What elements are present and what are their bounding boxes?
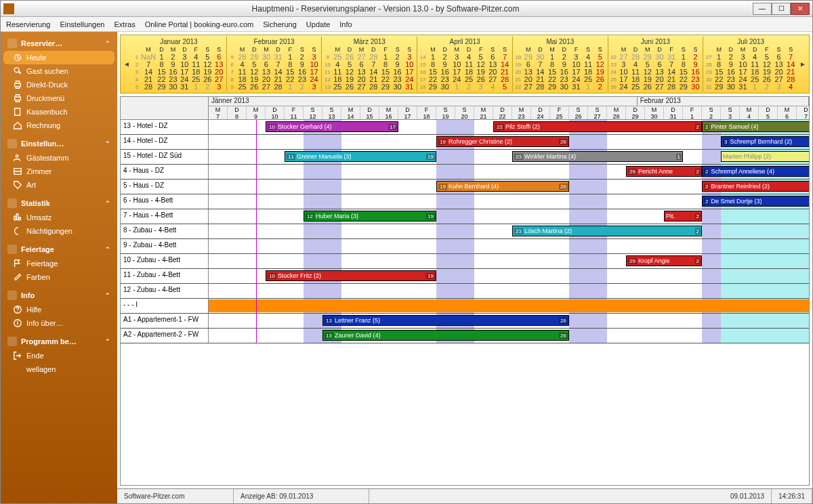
planner-day-header[interactable]: F18	[417, 106, 436, 119]
room-name[interactable]: 5 - Haus - DZ	[121, 180, 209, 194]
mini-day[interactable]: 24	[618, 83, 630, 91]
mini-day[interactable]: 26	[642, 83, 654, 91]
mini-day[interactable]: 29	[546, 83, 558, 91]
planner-day-header[interactable]: S3	[721, 106, 740, 119]
mini-day[interactable]: 30	[167, 83, 179, 91]
planner-day-header[interactable]: S20	[455, 106, 474, 119]
menu-item[interactable]: Einstellungen	[60, 20, 104, 28]
mini-day[interactable]: 29	[713, 83, 725, 91]
reservation-bar[interactable]: 19Rohregger Christine (2)26	[436, 136, 569, 147]
menu-item[interactable]: Info	[339, 20, 352, 28]
sidebar-item[interactable]: Heute	[3, 51, 114, 64]
reservation-bar[interactable]: 10Stocker Gerhard (4)17	[266, 121, 398, 132]
planner-day-header[interactable]: S12	[304, 106, 322, 119]
year-next-button[interactable]: ►	[798, 37, 808, 91]
planner-day-header[interactable]: M6	[778, 106, 797, 119]
planner-day-header[interactable]: D10	[266, 106, 285, 119]
reservation-bar[interactable]: 23Lösch Martina (2)2	[512, 226, 702, 236]
mini-day[interactable]: 28	[367, 83, 379, 91]
sidebar-item[interactable]: Zimmer	[1, 165, 117, 178]
room-name[interactable]: 4 - Haus - DZ	[121, 165, 209, 179]
sidebar-item[interactable]: Druckmenü	[1, 91, 117, 105]
reservation-bar[interactable]: Marten Philipp (2)	[721, 151, 809, 162]
mini-day[interactable]: 2	[594, 83, 606, 91]
room-name[interactable]: 15 - Hotel - DZ Süd	[121, 150, 209, 164]
room-name[interactable]: 10 - Zubau - 4-Bett	[121, 254, 209, 268]
reservation-bar[interactable]: 12Huber Maria (3)19	[304, 211, 436, 222]
sidebar-item[interactable]: wellagen	[1, 362, 117, 376]
planner-day-header[interactable]: F11	[285, 106, 304, 119]
reservation-bar[interactable]: 2Schrempf Anneliese (4)9	[702, 166, 809, 177]
planner-day-header[interactable]: M9	[247, 106, 266, 119]
room-name[interactable]: A2 - Appartement-2 - FW	[121, 329, 209, 343]
mini-day[interactable]: 30	[725, 83, 737, 91]
mini-day[interactable]: 1	[284, 83, 296, 91]
planner-day-header[interactable]: S27	[588, 106, 607, 119]
mini-month[interactable]: Mai 2013MDMDFSS1829301234519678910111220…	[512, 37, 608, 91]
mini-day[interactable]: 25	[331, 83, 343, 91]
minimize-button[interactable]: —	[753, 3, 772, 15]
planner-day-header[interactable]: D5	[759, 106, 778, 119]
mini-day[interactable]: 4	[785, 83, 797, 91]
sidebar-group-header[interactable]: Reservier… ⌃	[1, 36, 117, 51]
room-name[interactable]: - - - I	[121, 299, 209, 313]
planner-day-header[interactable]: D15	[360, 106, 379, 119]
mini-day[interactable]: 26	[343, 83, 356, 91]
mini-day[interactable]: 27	[260, 83, 272, 91]
mini-day[interactable]: 26	[248, 83, 260, 91]
mini-day[interactable]: 31	[403, 83, 415, 91]
room-name[interactable]: A1 - Appartement-1 - FW	[121, 314, 209, 328]
mini-day[interactable]: 3	[475, 83, 487, 91]
year-prev-button[interactable]: ◄	[122, 37, 131, 91]
mini-day[interactable]: 1	[749, 83, 761, 91]
sidebar-item[interactable]: Umsatz	[1, 211, 117, 224]
mini-day[interactable]: 4	[487, 83, 499, 91]
reservation-bar[interactable]: Pit.2	[664, 211, 702, 222]
sidebar-group-header[interactable]: Programm be… ⌃	[1, 334, 117, 349]
planner-day-header[interactable]: M21	[474, 106, 493, 119]
planner-day-header[interactable]: S13	[322, 106, 341, 119]
sidebar-item[interactable]: Kassenbuch	[1, 105, 117, 119]
sidebar-group-header[interactable]: Statistik ⌃	[1, 196, 117, 211]
mini-day[interactable]: 27	[522, 83, 535, 91]
room-name[interactable]: 12 - Zubau - 4-Bett	[121, 284, 209, 298]
room-name[interactable]: 13 - Hotel - DZ	[121, 120, 209, 134]
planner-day-header[interactable]: M16	[379, 106, 398, 119]
sidebar-item[interactable]: Info über…	[1, 316, 117, 330]
sidebar-item[interactable]: Ende	[1, 349, 117, 362]
mini-day[interactable]: 1	[451, 83, 463, 91]
menu-item[interactable]: Extras	[114, 20, 135, 28]
room-name[interactable]: 7 - Haus - 4-Bett	[121, 209, 209, 224]
mini-day[interactable]: 31	[179, 83, 190, 91]
mini-day[interactable]: 2	[202, 83, 213, 91]
mini-day[interactable]: 25	[629, 83, 642, 91]
mini-day[interactable]: 28	[141, 83, 156, 91]
mini-day[interactable]: 29	[156, 83, 167, 91]
planner-day-header[interactable]: M7	[209, 106, 228, 119]
planner-day-header[interactable]: D8	[228, 106, 247, 119]
room-name[interactable]: 6 - Haus - 4-Bett	[121, 194, 209, 209]
sidebar-group-header[interactable]: Feiertage ⌃	[1, 242, 117, 257]
mini-day[interactable]: 30	[558, 83, 570, 91]
mini-day[interactable]: 30	[392, 83, 404, 91]
reservation-bar[interactable]: 2De Smet Dortje (3)9	[702, 196, 809, 207]
sidebar-item[interactable]: Feiertage	[1, 257, 117, 270]
mini-month[interactable]: Februar 2013MDMDFSS528293031123645678910…	[226, 37, 322, 91]
mini-day[interactable]: 3	[773, 83, 785, 91]
mini-day[interactable]: 29	[678, 83, 690, 91]
mini-day[interactable]: 2	[296, 83, 308, 91]
sidebar-item[interactable]: Farben	[1, 270, 117, 284]
planner-day-header[interactable]: M14	[341, 106, 360, 119]
reservation-bar[interactable]: 29Pericht Anne2	[626, 166, 702, 177]
mini-day[interactable]: 3	[213, 83, 225, 91]
sidebar-item[interactable]: Gast suchen	[1, 64, 117, 78]
reservation-bar[interactable]: 29Kropf Angie2	[626, 255, 702, 266]
sidebar-item[interactable]: Direkt-Druck	[1, 78, 117, 91]
planner-day-header[interactable]: M30	[645, 106, 664, 119]
mini-day[interactable]: 2	[463, 83, 475, 91]
sidebar-item[interactable]: Gästestamm	[1, 151, 117, 165]
sidebar-group-header[interactable]: Einstellun… ⌃	[1, 136, 117, 151]
mini-day[interactable]: 28	[272, 83, 285, 91]
mini-month[interactable]: Januar 2013MDMDFSS1NaN123456278910111213…	[131, 37, 226, 91]
mini-day[interactable]: 1	[582, 83, 594, 91]
